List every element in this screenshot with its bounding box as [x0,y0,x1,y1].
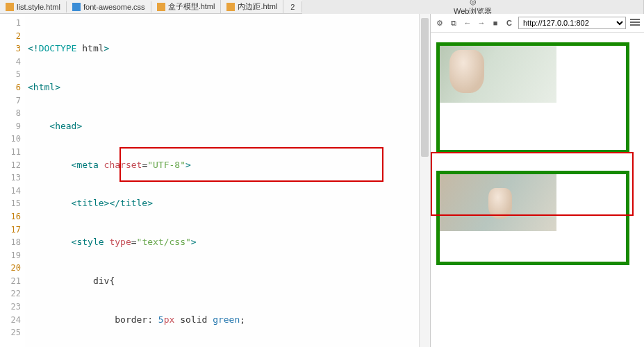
lineno: 14 [0,185,21,198]
line-gutter: 1 2 3 4 5 6 7 8 9 10 11 12 13 14 15 16 1… [0,14,25,347]
lineno: 15 [0,197,21,210]
lineno: 25 [0,326,21,339]
tabbar: list.style.html font-awesome.css 盒子模型.ht… [0,0,644,14]
tab-label: list.style.html [17,3,60,11]
forward-icon[interactable]: → [477,18,486,28]
lineno: 11 [0,146,21,159]
lineno: 16 [0,210,21,223]
lineno: 5 [0,68,21,81]
workspace: 1 2 3 4 5 6 7 8 9 10 11 12 13 14 15 16 1… [0,14,644,347]
gear-icon[interactable]: ⚙ [435,18,445,28]
lineno: 23 [0,301,21,314]
url-bar[interactable]: http://127.0.0.1:802 [518,17,626,29]
lineno: 17 [0,223,21,237]
lineno: 22 [0,287,21,301]
browser-toolbar: ⚙ ⧉ ← → ■ C http://127.0.0.1:802 [431,14,644,33]
menu-icon[interactable] [630,18,640,28]
tab-label: 2 [290,3,295,11]
lineno: 7 [0,94,21,108]
preview-box-1 [436,42,629,153]
lineno: 24 [0,314,21,327]
ide-app: list.style.html font-awesome.css 盒子模型.ht… [0,0,644,347]
lineno: 2 [0,30,21,43]
tab-label: font-awesome.css [83,3,145,11]
lineno: 9 [0,120,21,133]
lineno: 21 [0,275,21,288]
tab-more[interactable]: 2 [283,1,302,12]
lineno: 20 [0,262,21,275]
code-area[interactable]: <!DOCTYPE html> <html> <head> <meta char… [25,14,419,347]
lineno: 10 [0,133,21,146]
lineno: 13 [0,171,21,185]
back-icon[interactable]: ← [463,18,472,28]
tab-padding[interactable]: 内边距.html [221,0,283,13]
lineno: 4 [0,56,21,69]
tab-list-style[interactable]: list.style.html [0,1,67,12]
html-icon [157,3,165,11]
lineno: 8 [0,107,21,120]
lineno: 12 [0,159,21,172]
lineno: 1 [0,17,21,30]
stop-icon[interactable]: ■ [490,18,500,28]
tab-font-awesome[interactable]: font-awesome.css [67,1,151,12]
browser-panel: ⚙ ⧉ ← → ■ C http://127.0.0.1:802 [431,14,644,347]
lineno: 19 [0,249,21,262]
css-icon [72,3,81,11]
code-editor[interactable]: 1 2 3 4 5 6 7 8 9 10 11 12 13 14 15 16 1… [0,14,431,347]
reload-icon[interactable]: C [504,18,514,28]
html-icon [6,3,14,11]
preview-image-1 [440,46,556,103]
browser-viewport [431,33,644,347]
popout-icon[interactable]: ⧉ [449,18,459,28]
tab-label: 内边距.html [238,1,277,12]
lineno: 6 [0,81,21,94]
tab-label: 盒子模型.html [168,1,215,12]
editor-scrollbar[interactable] [419,14,430,347]
tab-box-model[interactable]: 盒子模型.html [151,0,222,13]
url-select[interactable]: http://127.0.0.1:802 [518,17,626,29]
lineno: 18 [0,236,21,249]
html-icon [226,3,235,11]
preview-image-2 [440,174,556,231]
scrollbar-thumb[interactable] [421,18,429,157]
lineno: 3 [0,42,21,56]
preview-box-2 [436,171,629,265]
